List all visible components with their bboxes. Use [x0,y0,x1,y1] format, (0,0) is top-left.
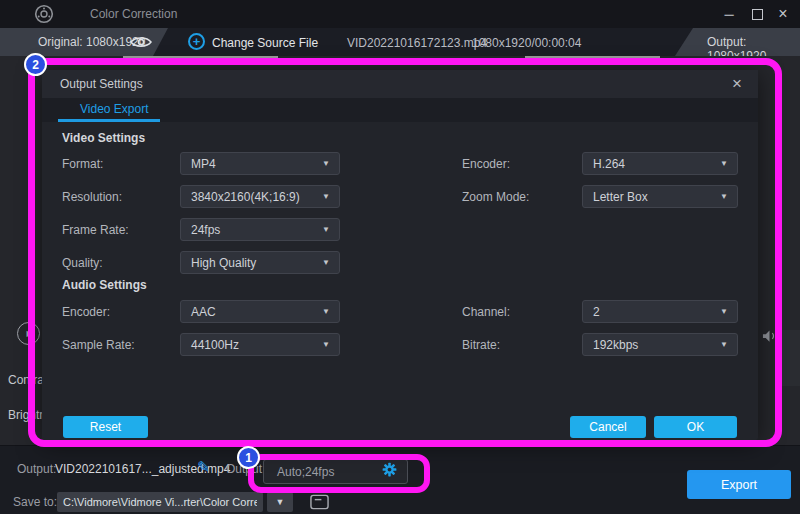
reset-button[interactable]: Reset [63,416,148,438]
zoom-mode-label: Zoom Mode: [462,190,529,204]
close-button[interactable]: × [770,0,796,28]
chevron-down-icon: ▼ [322,258,330,267]
save-path-field[interactable]: C:\Vidmore\Vidmore Vi...rter\Color Corre… [57,492,263,512]
output-preview-tab[interactable]: Output: 1080x1920 [660,28,800,56]
dialog-header: Output Settings × [42,70,758,98]
video-encoder-label: Encoder: [462,157,510,171]
change-source-file-button[interactable]: Change Source File [212,36,318,50]
preview-toolbar: Original: 1080x1920 + Change Source File… [0,28,800,56]
video-encoder-dropdown[interactable]: H.264 ▼ [582,152,738,175]
resolution-dropdown[interactable]: 3840x2160(4K;16:9) ▼ [180,185,340,208]
output-profile-value: Auto;24fps [277,465,334,479]
output-settings-dialog: Output Settings × Video Export Video Set… [42,70,758,440]
play-button[interactable]: ▶ [17,322,40,345]
sample-rate-label: Sample Rate: [62,338,135,352]
edit-filename-icon[interactable]: ✎ [197,458,210,476]
title-bar: Color Correction ─ × [0,0,800,28]
dialog-tab-bar: Video Export [42,98,758,122]
source-filename: VID20221016172123.mp4 [347,36,487,50]
channel-dropdown[interactable]: 2 ▼ [582,300,738,323]
cancel-button[interactable]: Cancel [570,416,646,438]
chevron-down-icon: ▼ [322,340,330,349]
compare-eye-icon[interactable] [130,35,152,53]
chevron-down-icon: ▼ [322,192,330,201]
right-panel-seam [782,330,800,386]
audio-encoder-dropdown[interactable]: AAC ▼ [180,300,340,323]
chevron-down-icon: ▼ [322,307,330,316]
save-path-dropdown-arrow[interactable]: ▼ [267,492,293,512]
channel-label: Channel: [462,305,510,319]
plus-icon[interactable]: + [188,33,205,50]
save-path-value: C:\Vidmore\Vidmore Vi...rter\Color Corre… [63,496,257,508]
sample-rate-dropdown[interactable]: 44100Hz ▼ [180,333,340,356]
tab-video-export[interactable]: Video Export [80,102,149,116]
bitrate-dropdown[interactable]: 192kbps ▼ [582,333,738,356]
quality-label: Quality: [62,256,103,270]
frame-rate-dropdown[interactable]: 24fps ▼ [180,218,340,241]
bottom-bar: Output: VID2022101617..._adjusted.mp4 ✎ … [0,445,800,514]
play-icon: ▶ [26,329,32,338]
chevron-down-icon: ▼ [720,340,728,349]
format-label: Format: [62,157,103,171]
resolution-label: Resolution: [62,190,122,204]
maximize-icon [752,9,763,20]
save-to-label: Save to: [13,495,57,509]
chevron-down-icon: ▼ [720,192,728,201]
ok-button[interactable]: OK [654,416,737,438]
chevron-down-icon: ▼ [720,159,728,168]
video-settings-header: Video Settings [62,131,145,145]
chevron-down-icon: ▼ [322,159,330,168]
frame-rate-label: Frame Rate: [62,223,129,237]
quality-dropdown[interactable]: High Quality ▼ [180,251,340,274]
zoom-mode-dropdown[interactable]: Letter Box ▼ [582,185,738,208]
audio-encoder-label: Encoder: [62,305,110,319]
dialog-title: Output Settings [60,77,143,91]
output-video-strip [525,56,660,61]
tab-active-underline [58,119,160,122]
export-button[interactable]: Export [687,470,791,499]
app-window: Color Correction ─ × Original: 1080x1920… [0,0,800,514]
original-video-strip [123,56,278,61]
output-profile-field[interactable]: Auto;24fps [263,459,408,484]
dialog-close-icon[interactable]: × [726,73,748,95]
chevron-down-icon: ▼ [322,225,330,234]
maximize-button[interactable] [744,0,770,28]
bitrate-label: Bitrate: [462,338,500,352]
open-folder-button[interactable] [306,491,332,512]
format-dropdown[interactable]: MP4 ▼ [180,152,340,175]
minimize-button[interactable]: ─ [716,0,742,28]
app-logo-icon [34,4,54,28]
audio-settings-header: Audio Settings [62,278,147,292]
chevron-down-icon: ▼ [720,307,728,316]
source-video-info: 1080x1920/00:00:04 [472,36,581,50]
speaker-icon[interactable] [762,329,777,347]
settings-gear-icon[interactable] [382,462,397,481]
window-title: Color Correction [90,7,177,21]
output-file-label: Output: [17,462,56,476]
